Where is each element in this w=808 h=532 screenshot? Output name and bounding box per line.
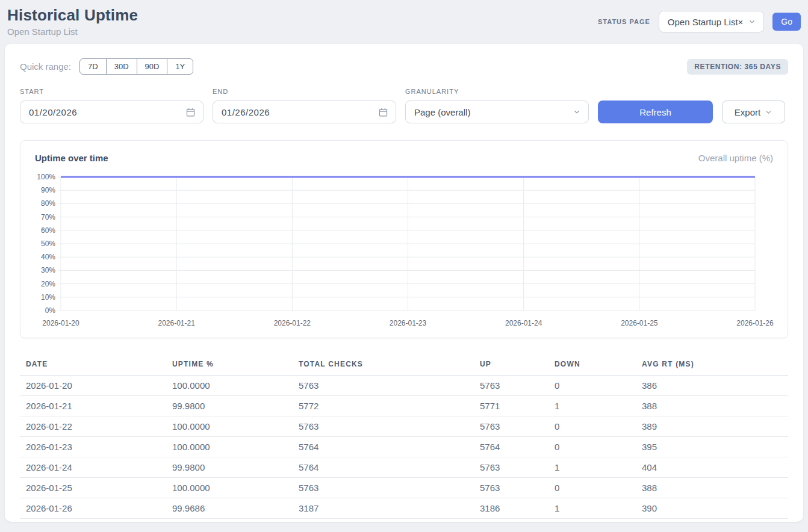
retention-badge: RETENTION: 365 DAYS xyxy=(687,59,788,75)
calendar-icon[interactable] xyxy=(185,107,196,117)
quick-range-1y[interactable]: 1Y xyxy=(167,58,193,75)
uptime-table-body: 2026-01-20100.00005763576303862026-01-21… xyxy=(20,376,788,519)
svg-text:2026-01-22: 2026-01-22 xyxy=(274,319,311,327)
svg-text:2026-01-23: 2026-01-23 xyxy=(390,319,427,327)
chart-title: Uptime over time xyxy=(35,153,108,163)
svg-text:2026-01-24: 2026-01-24 xyxy=(505,319,542,327)
svg-text:2026-01-20: 2026-01-20 xyxy=(42,319,79,327)
table-row: 2026-01-2499.9800576457631404 xyxy=(20,457,788,478)
uptime-chart: 0%10%20%30%40%50%60%70%80%90%100%2026-01… xyxy=(35,172,774,329)
page-header: Historical Uptime Open Startup List STAT… xyxy=(5,6,803,44)
chevron-down-icon xyxy=(748,17,756,26)
col-avg-rt: AVG RT (MS) xyxy=(636,355,788,376)
svg-text:70%: 70% xyxy=(41,213,55,221)
table-row: 2026-01-23100.0000576457640395 xyxy=(20,437,788,457)
granularity-selected-value: Page (overall) xyxy=(414,107,470,117)
quick-range-90d[interactable]: 90D xyxy=(137,58,168,75)
quick-range-row: Quick range: 7D 30D 90D 1Y RETENTION: 36… xyxy=(20,58,788,75)
calendar-icon[interactable] xyxy=(378,107,388,117)
col-up: UP xyxy=(474,355,549,376)
svg-text:2026-01-26: 2026-01-26 xyxy=(736,319,774,327)
filter-form: START 01/20/2026 END 01/26/2026 GRANULAR… xyxy=(20,88,788,123)
end-date-value: 01/26/2026 xyxy=(222,107,270,117)
go-button[interactable]: Go xyxy=(772,13,801,31)
svg-text:0%: 0% xyxy=(45,306,56,315)
table-row: 2026-01-2699.9686318731861390 xyxy=(20,498,788,519)
start-date-field: START 01/20/2026 xyxy=(20,88,204,123)
svg-text:50%: 50% xyxy=(41,240,55,248)
chevron-down-icon xyxy=(573,108,581,116)
page-title: Historical Uptime xyxy=(7,6,138,25)
title-block: Historical Uptime Open Startup List xyxy=(7,6,138,37)
svg-text:10%: 10% xyxy=(41,293,55,302)
svg-text:60%: 60% xyxy=(41,226,55,235)
svg-text:30%: 30% xyxy=(41,266,55,274)
col-date: DATE xyxy=(20,355,166,376)
granularity-field: GRANULARITY Page (overall) xyxy=(405,88,589,123)
export-button[interactable]: Export xyxy=(722,101,785,123)
uptime-table: DATE UPTIME % TOTAL CHECKS UP DOWN AVG R… xyxy=(20,355,788,519)
svg-text:20%: 20% xyxy=(41,280,55,288)
svg-text:2026-01-21: 2026-01-21 xyxy=(158,319,195,327)
status-page-select[interactable]: Open Startup List× xyxy=(659,11,765,32)
status-page-controls: STATUS PAGE Open Startup List× Go xyxy=(598,11,801,32)
svg-text:2026-01-25: 2026-01-25 xyxy=(621,319,658,327)
chevron-down-icon xyxy=(765,108,772,116)
table-row: 2026-01-2199.9800577257711388 xyxy=(20,396,788,416)
svg-text:90%: 90% xyxy=(41,186,55,194)
chart-legend: Overall uptime (%) xyxy=(698,153,773,163)
quick-range-30d[interactable]: 30D xyxy=(106,58,137,75)
page-subtitle: Open Startup List xyxy=(7,26,138,37)
status-page-label: STATUS PAGE xyxy=(598,18,650,25)
end-date-field: END 01/26/2026 xyxy=(213,88,396,123)
table-row: 2026-01-20100.0000576357630386 xyxy=(20,376,788,396)
export-button-label: Export xyxy=(735,107,760,117)
refresh-button[interactable]: Refresh xyxy=(598,101,713,123)
col-total-checks: TOTAL CHECKS xyxy=(293,355,474,376)
svg-text:80%: 80% xyxy=(41,199,55,208)
quick-range-label: Quick range: xyxy=(20,61,71,72)
quick-range-group: 7D 30D 90D 1Y xyxy=(79,58,193,75)
table-row: 2026-01-22100.0000576357630389 xyxy=(20,416,788,437)
status-page-selected-value: Open Startup List× xyxy=(668,17,744,27)
quick-range-7d[interactable]: 7D xyxy=(79,58,107,75)
start-date-value: 01/20/2026 xyxy=(29,107,77,117)
granularity-label: GRANULARITY xyxy=(405,88,589,95)
uptime-chart-card: Uptime over time Overall uptime (%) 0%10… xyxy=(20,140,788,338)
col-uptime: UPTIME % xyxy=(166,355,293,376)
start-date-label: START xyxy=(20,88,204,95)
col-down: DOWN xyxy=(549,355,636,376)
end-date-input[interactable]: 01/26/2026 xyxy=(213,101,396,123)
end-date-label: END xyxy=(213,88,396,95)
start-date-input[interactable]: 01/20/2026 xyxy=(20,101,204,123)
granularity-select[interactable]: Page (overall) xyxy=(405,101,589,123)
main-panel: Quick range: 7D 30D 90D 1Y RETENTION: 36… xyxy=(5,44,803,522)
svg-text:40%: 40% xyxy=(41,253,55,261)
table-row: 2026-01-25100.0000576357630388 xyxy=(20,478,788,498)
svg-text:100%: 100% xyxy=(37,173,55,181)
table-header-row: DATE UPTIME % TOTAL CHECKS UP DOWN AVG R… xyxy=(20,355,788,376)
